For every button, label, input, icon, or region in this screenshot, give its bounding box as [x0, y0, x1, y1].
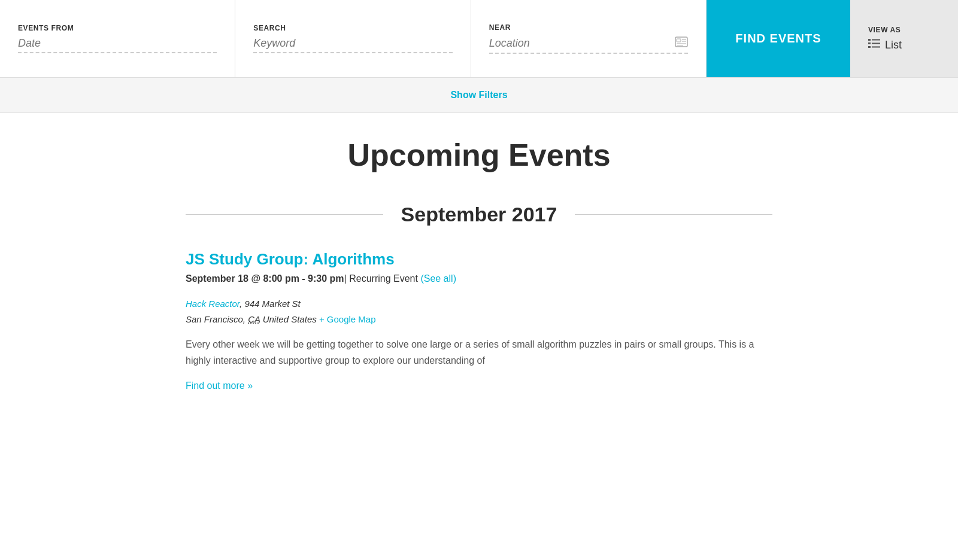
page-title: Upcoming Events [186, 137, 772, 173]
svg-rect-8 [868, 42, 871, 44]
search-label: SEARCH [253, 24, 452, 32]
show-filters-link[interactable]: Show Filters [450, 90, 507, 100]
location-input[interactable] [489, 37, 670, 50]
events-from-label: EVENTS FROM [18, 24, 217, 32]
svg-rect-9 [872, 43, 880, 44]
venue-name-link[interactable]: Hack Reactor [186, 299, 240, 309]
see-all-link[interactable]: (See all) [420, 273, 456, 284]
view-as-list-option[interactable]: List [868, 39, 902, 51]
month-divider-left [186, 214, 383, 215]
events-from-field: EVENTS FROM [0, 0, 235, 77]
svg-rect-10 [868, 46, 871, 48]
event-item: JS Study Group: Algorithms September 18 … [186, 250, 772, 391]
list-view-icon [868, 39, 880, 51]
venue-city: San Francisco, [186, 314, 248, 324]
event-date: September 18 @ 8:00 pm - 9:30 pm| Recurr… [186, 273, 772, 284]
find-out-more-link[interactable]: Find out more » [186, 381, 253, 391]
search-bar: EVENTS FROM SEARCH NEAR FIND EVENTS [0, 0, 958, 78]
venue-state: CA [248, 314, 260, 324]
near-field: NEAR [471, 0, 707, 77]
find-events-button[interactable]: FIND EVENTS [707, 0, 850, 77]
view-as-list-label: List [885, 39, 902, 51]
svg-rect-7 [872, 39, 880, 41]
venue-line-2: San Francisco, CA United States + Google… [186, 312, 772, 327]
month-header: September 2017 [186, 203, 772, 226]
google-map-link[interactable]: + Google Map [319, 314, 376, 324]
main-content: Upcoming Events September 2017 JS Study … [150, 113, 808, 439]
filters-bar: Show Filters [0, 78, 958, 113]
event-date-text: September 18 @ 8:00 pm - 9:30 pm [186, 273, 344, 284]
venue-address: , 944 Market St [240, 299, 301, 309]
svg-rect-6 [868, 39, 871, 41]
venue-country: United States [260, 314, 317, 324]
svg-rect-11 [872, 47, 880, 48]
near-label: NEAR [489, 23, 688, 32]
search-field: SEARCH [235, 0, 471, 77]
view-as-label: VIEW AS [868, 26, 901, 34]
event-title-link[interactable]: JS Study Group: Algorithms [186, 250, 772, 269]
month-title: September 2017 [383, 203, 575, 226]
month-section: September 2017 JS Study Group: Algorithm… [186, 203, 772, 391]
svg-rect-1 [677, 39, 681, 42]
event-description: Every other week we will be getting toge… [186, 336, 772, 369]
date-input[interactable] [18, 37, 217, 53]
near-input-row [489, 36, 688, 54]
view-as-section: VIEW AS List [850, 0, 958, 77]
event-location: Hack Reactor, 944 Market St San Francisc… [186, 296, 772, 327]
venue-line-1: Hack Reactor, 944 Market St [186, 296, 772, 312]
month-divider-right [575, 214, 772, 215]
keyword-input[interactable] [253, 37, 452, 53]
recurring-label: | Recurring Event [344, 273, 418, 284]
location-card-icon [675, 36, 688, 50]
